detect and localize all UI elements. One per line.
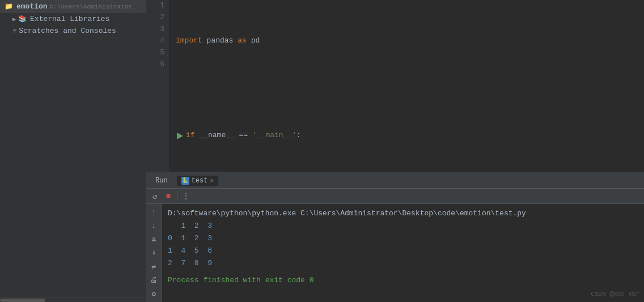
sidebar-item-external-libraries[interactable]: ▶ 📚 External Libraries (0, 13, 146, 25)
sidebar-item-scratches[interactable]: ≡ Scratches and Consoles (0, 25, 146, 37)
code-line-2 (176, 83, 637, 95)
console-row-0: 0 1 2 3 (168, 232, 638, 245)
wrap-btn[interactable]: ⇌ (149, 262, 160, 271)
stop-btn[interactable]: ■ (163, 191, 173, 201)
scroll-down-end-btn[interactable]: ⇩ (149, 248, 160, 257)
project-name: emotion (16, 2, 48, 11)
horizontal-scrollbar[interactable] (0, 297, 146, 302)
sidebar-scroll[interactable]: 📁 emotion C:\Users\Administrator ▶ 📚 Ext… (0, 0, 146, 297)
sidebar-item-project[interactable]: 📁 emotion C:\Users\Administrator (0, 0, 146, 13)
project-path: C:\Users\Administrator (50, 3, 132, 10)
console-row-1: 1 4 5 6 (168, 245, 638, 257)
print-btn[interactable]: 🖨 (149, 276, 160, 285)
tab-run[interactable]: Run (151, 176, 172, 186)
close-tab-btn[interactable]: ✕ (210, 177, 214, 184)
console-header-row: 1 2 3 (168, 220, 638, 232)
code-content[interactable]: import pandas as pd if __name__ == (169, 0, 644, 172)
run-triangle (177, 133, 183, 139)
keyword-import: import (176, 35, 202, 47)
left-toolbar: ↑ ↓ ⇊ ⇩ ⇌ 🖨 ⚙ (146, 204, 162, 302)
scroll-to-end-btn[interactable]: ⇊ (149, 235, 160, 244)
sidebar: 📁 emotion C:\Users\Administrator ▶ 📚 Ext… (0, 0, 146, 302)
panel-tabs: Run 🐍 test ✕ (146, 173, 644, 189)
line-num-1: 1 (151, 0, 164, 12)
string-main: '__main__' (252, 130, 296, 142)
folder-icon: 📁 (5, 2, 13, 11)
line-num-6: 6 (151, 59, 164, 71)
line-num-4: 4 (151, 35, 164, 47)
bottom-panel: Run 🐍 test ✕ ↺ ■ ⋮ (146, 172, 644, 302)
toolbar-divider (177, 192, 177, 201)
scratches-label: Scratches and Consoles (19, 27, 116, 35)
tab-test-file[interactable]: 🐍 test ✕ (177, 176, 218, 186)
line-num-2: 2 (151, 12, 164, 24)
scrollbar-thumb (0, 299, 45, 302)
console-output[interactable]: D:\software\python\python.exe C:\Users\A… (162, 204, 644, 302)
panel-content-area: ↑ ↓ ⇊ ⇩ ⇌ 🖨 ⚙ D:\software\python\python.… (146, 204, 644, 302)
console-row-2: 2 7 8 9 (168, 257, 638, 270)
keyword-as: as (238, 35, 247, 47)
line-num-5: 5 (151, 47, 164, 59)
run-icon[interactable] (176, 132, 184, 140)
arrow-icon: ▶ (12, 16, 16, 23)
scroll-down-btn[interactable]: ↓ (149, 221, 160, 230)
settings-btn[interactable]: ⚙ (149, 290, 160, 299)
python-icon: 🐍 (181, 177, 189, 185)
panel-toolbar: ↺ ■ ⋮ (146, 189, 644, 204)
console-exit-message: Process finished with exit code 0 (168, 274, 638, 287)
editor-wrapper: 1 2 3 4 5 6 import pandas as pd (146, 0, 644, 172)
external-libraries-label: External Libraries (30, 15, 109, 23)
code-line-1: import pandas as pd (176, 35, 637, 47)
editor-area: 1 2 3 4 5 6 import pandas as pd (146, 0, 644, 172)
console-command-line: D:\software\python\python.exe C:\Users\A… (168, 207, 638, 220)
keyword-if: if (186, 130, 195, 142)
line-numbers: 1 2 3 4 5 6 (146, 0, 169, 172)
scroll-up-btn[interactable]: ↑ (149, 207, 160, 216)
scratches-icon: ≡ (12, 27, 16, 35)
line-num-3: 3 (151, 24, 164, 36)
rerun-btn[interactable]: ↺ (150, 191, 160, 201)
more-btn[interactable]: ⋮ (181, 191, 191, 201)
library-icon: 📚 (18, 15, 27, 23)
code-line-3: if __name__ == '__main__' : (176, 130, 637, 142)
main-area: 📁 emotion C:\Users\Administrator ▶ 📚 Ext… (0, 0, 644, 302)
